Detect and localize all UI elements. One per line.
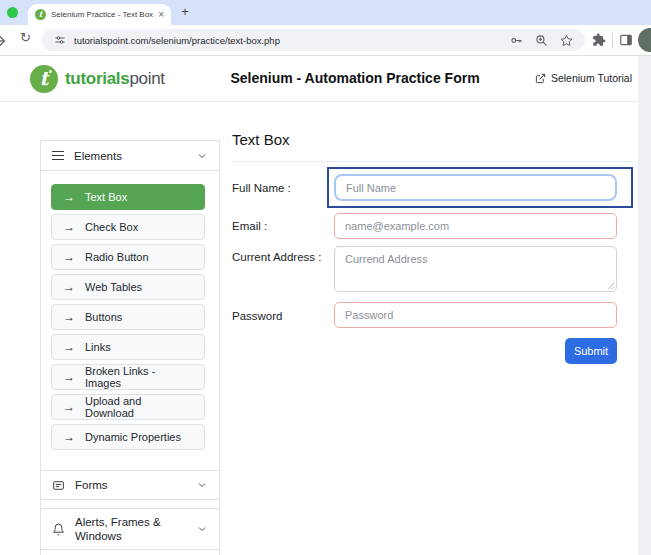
tab-title: Selenium Practice - Text Box <box>51 10 153 19</box>
sidebar: Elements →Text Box →Check Box →Radio But… <box>40 140 220 555</box>
chevron-down-icon <box>196 523 208 535</box>
favicon: t <box>35 9 46 20</box>
bell-icon <box>52 523 65 536</box>
sidebar-section-alerts-frames-windows[interactable]: Alerts, Frames & Windows <box>41 508 219 550</box>
password-input[interactable] <box>334 302 617 328</box>
extensions-icon[interactable] <box>592 33 606 47</box>
browser-toolbar: ↻ tutorialspoint.com/selenium/practice/t… <box>0 25 651 56</box>
traffic-light-green[interactable] <box>7 7 18 18</box>
arrow-right-icon: → <box>63 191 75 203</box>
form-title: Text Box <box>232 131 290 148</box>
password-label: Password <box>232 309 330 325</box>
password-key-icon[interactable] <box>510 34 523 47</box>
full-name-input[interactable] <box>334 174 617 201</box>
arrow-right-icon: → <box>63 251 75 263</box>
address-bar[interactable]: tutorialspoint.com/selenium/practice/tex… <box>42 29 585 51</box>
submit-button[interactable]: Submit <box>565 338 617 364</box>
tab-close-icon[interactable]: × <box>158 10 164 20</box>
side-panel-icon[interactable] <box>619 33 633 47</box>
sidebar-item-radio-button[interactable]: →Radio Button <box>51 244 205 270</box>
sidebar-item-links[interactable]: →Links <box>51 334 205 360</box>
chevron-down-icon <box>196 150 208 162</box>
arrow-right-icon: → <box>63 341 75 353</box>
sidebar-item-web-tables[interactable]: →Web Tables <box>51 274 205 300</box>
brand-text: tutorialspoint <box>65 69 165 89</box>
current-address-textarea[interactable] <box>334 246 617 292</box>
arrow-right-icon: → <box>63 311 75 323</box>
browser-tab[interactable]: t Selenium Practice - Text Box × <box>28 4 171 25</box>
page-scrollbar[interactable] <box>638 56 651 555</box>
menu-icon <box>52 151 64 161</box>
new-tab-button[interactable]: + <box>176 3 194 21</box>
forward-icon[interactable] <box>0 33 7 49</box>
arrow-right-icon: → <box>63 401 75 413</box>
external-link-icon <box>535 73 546 84</box>
full-name-label: Full Name : <box>232 181 330 197</box>
arrow-right-icon: → <box>63 431 75 443</box>
reload-icon[interactable]: ↻ <box>20 30 31 45</box>
email-label: Email : <box>232 219 330 235</box>
sidebar-elements-list: →Text Box →Check Box →Radio Button →Web … <box>41 171 219 470</box>
sidebar-item-buttons[interactable]: →Buttons <box>51 304 205 330</box>
selenium-tutorial-link[interactable]: Selenium Tutorial <box>535 72 632 84</box>
chevron-down-icon <box>196 479 208 491</box>
sidebar-item-text-box[interactable]: →Text Box <box>51 184 205 210</box>
sidebar-item-check-box[interactable]: →Check Box <box>51 214 205 240</box>
url-text: tutorialspoint.com/selenium/practice/tex… <box>74 35 502 46</box>
email-input[interactable] <box>334 213 617 239</box>
page-title: Selenium - Automation Practice Form <box>200 70 510 86</box>
sidebar-item-dynamic-properties[interactable]: →Dynamic Properties <box>51 424 205 450</box>
sidebar-item-upload-download[interactable]: →Upload and Download <box>51 394 205 420</box>
arrow-right-icon: → <box>63 281 75 293</box>
sidebar-item-broken-links[interactable]: →Broken Links - Images <box>51 364 205 390</box>
form-icon <box>52 479 65 492</box>
arrow-right-icon: → <box>63 221 75 233</box>
zoom-icon[interactable] <box>535 34 548 47</box>
tutorialspoint-logo[interactable]: t tutorialspoint <box>30 65 165 93</box>
logo-icon: t <box>30 65 58 93</box>
sidebar-section-elements[interactable]: Elements <box>41 141 219 171</box>
title-divider <box>232 161 632 162</box>
arrow-right-icon: → <box>63 371 75 383</box>
browser-tab-strip: t Selenium Practice - Text Box × + <box>0 0 651 25</box>
site-info-icon[interactable] <box>54 34 66 46</box>
bookmark-star-icon[interactable] <box>560 34 573 47</box>
toolbar-divider <box>612 33 613 48</box>
site-header: t tutorialspoint Selenium - Automation P… <box>0 56 651 102</box>
current-address-label: Current Address : <box>232 250 330 266</box>
sidebar-section-forms[interactable]: Forms <box>41 470 219 500</box>
